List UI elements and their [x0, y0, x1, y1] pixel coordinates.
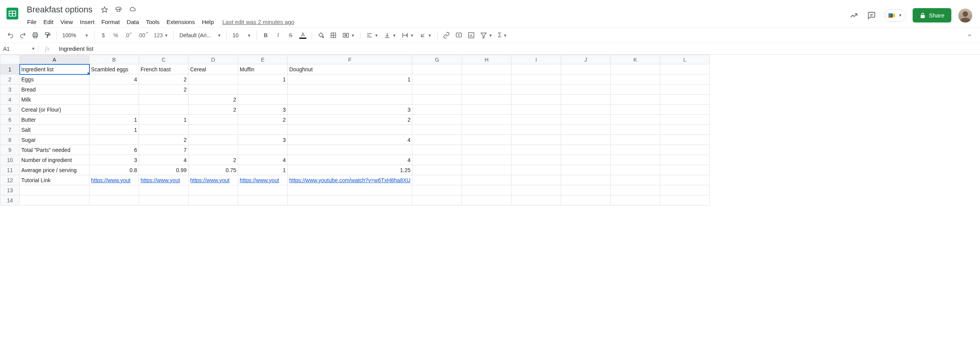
row-header-10[interactable]: 10	[0, 155, 20, 165]
merge-cells-button[interactable]: ▼	[340, 29, 357, 41]
cell-A3[interactable]: Bread	[20, 85, 89, 95]
cell-D4[interactable]: 2	[189, 95, 238, 105]
cell-H13[interactable]	[462, 185, 511, 195]
cell-L1[interactable]	[660, 64, 710, 74]
spreadsheet-grid[interactable]: A B C D E F G H I J K L 1 Ingredient lis…	[0, 55, 710, 205]
cell-G4[interactable]	[412, 95, 462, 105]
cell-A1[interactable]: Ingredient list	[20, 64, 89, 74]
cell-G7[interactable]	[412, 125, 462, 135]
col-header-H[interactable]: H	[462, 55, 511, 64]
activity-icon[interactable]	[848, 10, 859, 21]
strikethrough-button[interactable]: S	[285, 29, 296, 41]
more-formats-button[interactable]: 123▼	[151, 29, 170, 41]
functions-button[interactable]: Σ▼	[496, 29, 510, 41]
cell-I5[interactable]	[511, 105, 561, 115]
link[interactable]: https://www.yout	[240, 177, 279, 183]
link[interactable]: https://www.yout	[141, 177, 180, 183]
col-header-F[interactable]: F	[288, 55, 412, 64]
col-header-I[interactable]: I	[511, 55, 561, 64]
cell-C1[interactable]: French toast	[139, 64, 189, 74]
cell-C12[interactable]: https://www.yout	[139, 175, 189, 185]
borders-button[interactable]	[328, 29, 339, 41]
cell-F2[interactable]: 1	[288, 74, 412, 85]
cell-I9[interactable]	[511, 145, 561, 155]
col-header-D[interactable]: D	[189, 55, 238, 64]
cell-H6[interactable]	[462, 115, 511, 125]
account-avatar[interactable]	[958, 9, 972, 22]
font-select[interactable]: Default (Ari...▼	[177, 29, 223, 41]
cell-I11[interactable]	[511, 165, 561, 175]
cell-H5[interactable]	[462, 105, 511, 115]
cell-L5[interactable]	[660, 105, 710, 115]
cell-B11[interactable]: 0.8	[89, 165, 139, 175]
format-currency-button[interactable]: $	[98, 29, 109, 41]
cell-H7[interactable]	[462, 125, 511, 135]
cell-A7[interactable]: Salt	[20, 125, 89, 135]
cell-E5[interactable]: 3	[238, 105, 288, 115]
cell-H10[interactable]	[462, 155, 511, 165]
cell-E11[interactable]: 1	[238, 165, 288, 175]
cell-J13[interactable]	[561, 185, 611, 195]
share-button[interactable]: Share	[913, 8, 951, 22]
increase-decimal-button[interactable]: .00↗	[136, 29, 151, 41]
col-header-K[interactable]: K	[611, 55, 660, 64]
col-header-C[interactable]: C	[139, 55, 189, 64]
col-header-A[interactable]: A	[20, 55, 89, 64]
cell-F10[interactable]: 4	[288, 155, 412, 165]
cell-E1[interactable]: Muffin	[238, 64, 288, 74]
formula-bar[interactable]: Ingredient list	[56, 45, 980, 52]
cell-C10[interactable]: 4	[139, 155, 189, 165]
cell-A2[interactable]: Eggs	[20, 74, 89, 85]
cell-L9[interactable]	[660, 145, 710, 155]
cell-L7[interactable]	[660, 125, 710, 135]
cell-G5[interactable]	[412, 105, 462, 115]
cell-B13[interactable]	[89, 185, 139, 195]
cell-A5[interactable]: Cereal (or Flour)	[20, 105, 89, 115]
row-header-13[interactable]: 13	[0, 185, 20, 195]
cell-E7[interactable]	[238, 125, 288, 135]
name-box[interactable]: A1 ▼	[0, 46, 39, 52]
cell-C2[interactable]: 2	[139, 74, 189, 85]
cell-K9[interactable]	[611, 145, 660, 155]
cell-G14[interactable]	[412, 195, 462, 205]
cell-D11[interactable]: 0.75	[189, 165, 238, 175]
cell-B10[interactable]: 3	[89, 155, 139, 165]
cell-D5[interactable]: 2	[189, 105, 238, 115]
cell-G10[interactable]	[412, 155, 462, 165]
cell-G11[interactable]	[412, 165, 462, 175]
horizontal-align-button[interactable]: ▼	[364, 29, 381, 41]
star-icon[interactable]	[100, 5, 109, 14]
cell-E9[interactable]	[238, 145, 288, 155]
cell-K8[interactable]	[611, 135, 660, 145]
cell-J14[interactable]	[561, 195, 611, 205]
row-header-11[interactable]: 11	[0, 165, 20, 175]
cell-E2[interactable]: 1	[238, 74, 288, 85]
cell-K12[interactable]	[611, 175, 660, 185]
cell-F7[interactable]	[288, 125, 412, 135]
cell-K1[interactable]	[611, 64, 660, 74]
cell-H1[interactable]	[462, 64, 511, 74]
cell-G2[interactable]	[412, 74, 462, 85]
cell-K5[interactable]	[611, 105, 660, 115]
decrease-decimal-button[interactable]: .0↙	[122, 29, 135, 41]
row-header-4[interactable]: 4	[0, 95, 20, 105]
cell-F14[interactable]	[288, 195, 412, 205]
cell-J10[interactable]	[561, 155, 611, 165]
row-header-5[interactable]: 5	[0, 105, 20, 115]
row-header-2[interactable]: 2	[0, 74, 20, 85]
col-header-E[interactable]: E	[238, 55, 288, 64]
insert-comment-button[interactable]	[453, 29, 465, 41]
cell-L10[interactable]	[660, 155, 710, 165]
cell-I3[interactable]	[511, 85, 561, 95]
bold-button[interactable]: B	[260, 29, 271, 41]
link[interactable]: https://www.yout	[190, 177, 230, 183]
cell-F8[interactable]: 4	[288, 135, 412, 145]
move-icon[interactable]	[114, 5, 123, 14]
last-edit-link[interactable]: Last edit was 2 minutes ago	[222, 19, 294, 25]
cell-D2[interactable]	[189, 74, 238, 85]
undo-button[interactable]	[5, 29, 16, 41]
cell-A6[interactable]: Butter	[20, 115, 89, 125]
cell-J4[interactable]	[561, 95, 611, 105]
italic-button[interactable]: I	[272, 29, 284, 41]
cell-H2[interactable]	[462, 74, 511, 85]
